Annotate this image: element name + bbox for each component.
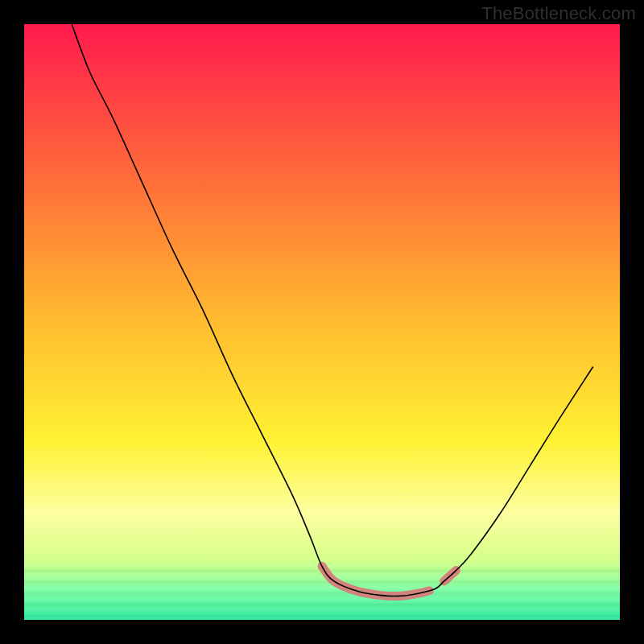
svg-rect-4 [24,586,620,589]
svg-rect-9 [24,614,620,617]
svg-rect-3 [24,580,620,584]
svg-rect-7 [24,603,620,606]
bottleneck-chart [0,0,644,644]
svg-rect-5 [24,592,620,595]
plot-background [24,24,620,620]
svg-rect-6 [24,597,620,601]
svg-rect-8 [24,609,620,612]
svg-rect-2 [24,575,620,578]
bottleneck-chart-container: TheBottleneck.com [0,0,644,644]
